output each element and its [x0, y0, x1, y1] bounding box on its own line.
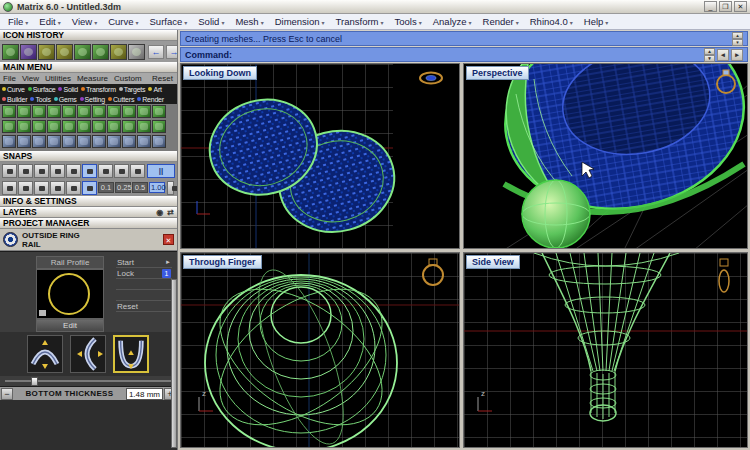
transform-tool-icon[interactable] [122, 135, 136, 148]
builder-tool-icon[interactable] [122, 105, 136, 118]
snap-toggle-icon[interactable] [98, 164, 113, 178]
history-tool-icon[interactable] [110, 44, 127, 60]
tab-solid[interactable]: Solid [58, 86, 78, 93]
snap-toggle-icon[interactable] [66, 181, 81, 195]
builder-tool-icon[interactable] [77, 120, 91, 133]
viewport-label[interactable]: Side View [466, 255, 520, 269]
grid-snap-value[interactable]: 0.1 [98, 182, 114, 193]
snap-grid-icon[interactable] [167, 181, 174, 195]
lock-row[interactable]: Lock 1 [116, 268, 172, 279]
reset-row[interactable]: Reset [116, 301, 172, 312]
profile-option-bottom-selected[interactable] [113, 335, 149, 373]
transform-tool-icon[interactable] [32, 135, 46, 148]
snap-toggle-icon[interactable] [18, 181, 33, 195]
tab-art[interactable]: Art [148, 86, 161, 93]
spin-down-icon[interactable]: ▾ [704, 55, 715, 62]
snap-toggle-icon[interactable] [114, 164, 129, 178]
builder-tool-icon[interactable] [47, 120, 61, 133]
snap-toggle-icon[interactable] [34, 164, 49, 178]
transform-tool-icon[interactable] [77, 135, 91, 148]
menu-tools[interactable]: Tools▾ [395, 16, 422, 27]
history-tool-icon[interactable] [20, 44, 37, 60]
builder-tool-icon[interactable] [77, 105, 91, 118]
menu-file[interactable]: File▾ [8, 16, 28, 27]
lock-badge[interactable]: 1 [162, 269, 171, 278]
snap-toggle-icon[interactable] [82, 181, 97, 195]
viewport-label[interactable]: Through Finger [183, 255, 262, 269]
cycle-icon[interactable]: ⇄ [167, 208, 174, 217]
project-manager-header[interactable]: PROJECT MANAGER [0, 218, 177, 229]
menu-curve[interactable]: Curve▾ [108, 16, 138, 27]
icon-history-header[interactable]: ICON HISTORY [0, 30, 177, 41]
viewport-label[interactable]: Looking Down [183, 66, 257, 80]
viewport-through-finger[interactable]: z Through Finger [180, 252, 460, 448]
transform-tool-icon[interactable] [137, 135, 151, 148]
restore-button[interactable]: ❐ [719, 1, 732, 12]
start-row[interactable]: Start ► [116, 257, 172, 268]
mm-view[interactable]: View [22, 74, 39, 83]
menu-surface[interactable]: Surface▾ [150, 16, 188, 27]
mm-measure[interactable]: Measure [77, 74, 108, 83]
grid-snap-value[interactable]: 0.5 [132, 182, 148, 193]
snap-planar-button[interactable]: || [147, 164, 175, 178]
builder-tool-icon[interactable] [122, 120, 136, 133]
mm-utilities[interactable]: Utilities [45, 74, 71, 83]
tab-setting[interactable]: Setting [80, 96, 105, 103]
command-prompt-row[interactable]: Command: ▴ ▾ ◂ ▸ [180, 47, 748, 62]
menu-help[interactable]: Help▾ [584, 16, 609, 27]
snap-toggle-icon[interactable] [130, 164, 145, 178]
menu-edit[interactable]: Edit▾ [39, 16, 60, 27]
menu-transform[interactable]: Transform▾ [336, 16, 384, 27]
builder-tool-icon[interactable] [17, 105, 31, 118]
menu-analyze[interactable]: Analyze▾ [433, 16, 472, 27]
info-settings-header[interactable]: INFO & SETTINGS [0, 196, 177, 207]
transform-tool-icon[interactable] [107, 135, 121, 148]
tab-targets[interactable]: Targets [119, 86, 146, 93]
transform-tool-icon[interactable] [17, 135, 31, 148]
builder-tool-icon[interactable] [152, 105, 166, 118]
minimize-button[interactable]: _ [704, 1, 717, 12]
grid-snap-value-active[interactable]: 1.00 [149, 182, 165, 193]
eye-icon[interactable]: ◉ [156, 208, 163, 217]
viewport-perspective[interactable]: Perspective [463, 63, 748, 249]
history-forward-button[interactable]: → [166, 45, 178, 59]
transform-tool-icon[interactable] [152, 135, 166, 148]
tab-surface[interactable]: Surface [28, 86, 56, 93]
builder-tool-icon[interactable] [17, 120, 31, 133]
builder-tool-icon[interactable] [62, 105, 76, 118]
snap-toggle-icon[interactable] [50, 164, 65, 178]
transform-tool-icon[interactable] [2, 135, 16, 148]
builder-tool-icon[interactable] [92, 105, 106, 118]
snap-toggle-icon[interactable] [82, 164, 97, 178]
snap-toggle-icon[interactable] [34, 181, 49, 195]
project-item-outside-ring[interactable]: OUTSIDE RING RAIL ✕ [0, 229, 177, 251]
builder-tool-icon[interactable] [2, 105, 16, 118]
tab-tools[interactable]: Tools [30, 96, 50, 103]
builder-tool-icon[interactable] [47, 105, 61, 118]
builder-tool-icon[interactable] [152, 120, 166, 133]
transform-tool-icon[interactable] [62, 135, 76, 148]
scroll-right-icon[interactable]: ▸ [731, 49, 743, 61]
mm-reset[interactable]: Reset [152, 74, 173, 83]
spin-down-icon[interactable]: ▾ [732, 39, 743, 46]
builder-tool-icon[interactable] [62, 120, 76, 133]
history-tool-icon[interactable] [2, 44, 19, 60]
viewport-side-view[interactable]: z Side View [463, 252, 748, 448]
history-tool-icon[interactable] [74, 44, 91, 60]
main-menu-header[interactable]: MAIN MENU [0, 62, 177, 73]
transform-tool-icon[interactable] [47, 135, 61, 148]
slider-track[interactable] [5, 380, 172, 382]
history-tool-icon[interactable] [38, 44, 55, 60]
menu-solid[interactable]: Solid▾ [198, 16, 224, 27]
transform-tool-icon[interactable] [92, 135, 106, 148]
menu-view[interactable]: View▾ [72, 16, 97, 27]
builder-tool-icon[interactable] [137, 105, 151, 118]
menu-mesh[interactable]: Mesh▾ [235, 16, 263, 27]
builder-tool-icon[interactable] [107, 120, 121, 133]
slider-handle[interactable] [31, 377, 38, 386]
rail-profile-preview[interactable] [36, 269, 104, 319]
delete-item-button[interactable]: ✕ [163, 234, 174, 245]
grid-snap-value[interactable]: 0.25 [115, 182, 131, 193]
history-back-button[interactable]: ← [148, 45, 164, 59]
menu-rhino[interactable]: Rhino4.0▾ [530, 16, 573, 27]
